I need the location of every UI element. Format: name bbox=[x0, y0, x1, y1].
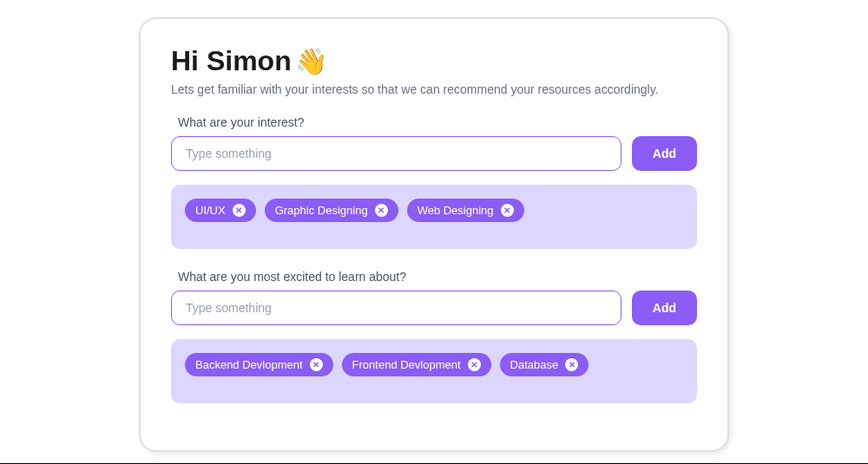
interests-input-row: Add bbox=[171, 136, 697, 171]
interests-section: What are your interest? Add UI/UX ✕ Grap… bbox=[171, 115, 697, 249]
tag-label: Graphic Designing bbox=[275, 204, 368, 217]
tag: Database ✕ bbox=[500, 353, 589, 376]
tag: UI/UX ✕ bbox=[185, 199, 256, 222]
interests-input[interactable] bbox=[171, 136, 621, 171]
greeting-subtitle: Lets get familiar with your interests so… bbox=[171, 82, 697, 96]
learn-tags-container: Backend Devlopment ✕ Frontend Devlopment… bbox=[171, 339, 697, 403]
tag-label: Frontend Devlopment bbox=[352, 358, 461, 371]
close-icon[interactable]: ✕ bbox=[375, 204, 388, 217]
greeting-title: Hi Simon bbox=[171, 45, 292, 77]
tag: Frontend Devlopment ✕ bbox=[342, 353, 491, 376]
interests-add-button[interactable]: Add bbox=[632, 136, 697, 171]
tag: Backend Devlopment ✕ bbox=[185, 353, 333, 376]
interests-label: What are your interest? bbox=[178, 115, 697, 129]
close-icon[interactable]: ✕ bbox=[565, 358, 578, 371]
learn-section: What are you most excited to learn about… bbox=[171, 270, 697, 403]
close-icon[interactable]: ✕ bbox=[468, 358, 481, 371]
tag-label: Web Designing bbox=[418, 204, 494, 217]
tag-label: Backend Devlopment bbox=[195, 358, 303, 371]
close-icon[interactable]: ✕ bbox=[310, 358, 323, 371]
onboarding-card: Hi Simon 👋 Lets get familiar with your i… bbox=[139, 17, 729, 452]
tag: Web Designing ✕ bbox=[407, 199, 524, 222]
greeting-row: Hi Simon 👋 bbox=[171, 45, 697, 77]
learn-label: What are you most excited to learn about… bbox=[178, 270, 697, 284]
tag-label: Database bbox=[510, 358, 559, 371]
tag: Graphic Designing ✕ bbox=[265, 199, 398, 222]
learn-input-row: Add bbox=[171, 291, 697, 325]
close-icon[interactable]: ✕ bbox=[233, 204, 246, 217]
learn-input[interactable] bbox=[171, 291, 621, 325]
interests-tags-container: UI/UX ✕ Graphic Designing ✕ Web Designin… bbox=[171, 185, 697, 249]
close-icon[interactable]: ✕ bbox=[501, 204, 514, 217]
tag-label: UI/UX bbox=[195, 204, 226, 217]
wave-icon: 👋 bbox=[295, 46, 327, 76]
learn-add-button[interactable]: Add bbox=[632, 291, 697, 325]
